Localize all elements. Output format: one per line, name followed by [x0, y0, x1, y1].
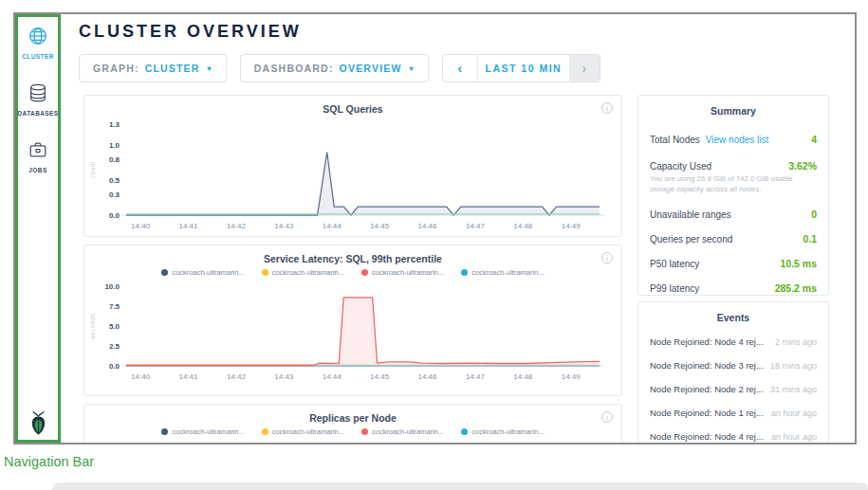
summary-row-queries-per-second: Queries per second 0.1	[650, 233, 817, 245]
view-nodes-list-link[interactable]: View nodes list	[706, 135, 769, 145]
time-next-button[interactable]: ›	[569, 55, 600, 82]
legend-item[interactable]: cockroach-ultramarin...	[262, 426, 344, 436]
summary-label: Queries per second	[650, 234, 732, 245]
info-icon[interactable]: i	[601, 411, 613, 423]
event-text[interactable]: Node Rejoined: Node 3 rej...	[650, 360, 764, 371]
event-text[interactable]: Node Rejoined: Node 4 rej...	[650, 336, 764, 347]
svg-text:7.5: 7.5	[109, 302, 120, 311]
sql-queries-chart: 1.31.00.80.50.30.014:4014:4114:4214:4314…	[88, 118, 618, 238]
summary-value: 0.1	[803, 233, 817, 245]
summary-value: 3.62%	[788, 160, 817, 172]
legend-label: cockroach-ultramarin...	[172, 427, 244, 436]
svg-text:count: count	[89, 161, 96, 178]
graph-dropdown-value: CLUSTER	[145, 63, 200, 74]
chevron-down-icon: ▾	[208, 64, 212, 73]
legend-dot-icon	[461, 269, 468, 276]
legend-label: cockroach-ultramarin...	[372, 268, 444, 277]
legend-dot-icon	[161, 428, 168, 435]
event-row: Node Rejoined: Node 2 rej... 31 mins ago	[650, 384, 817, 394]
event-time: an hour ago	[771, 408, 817, 418]
legend-item[interactable]: cockroach-ultramarin...	[361, 426, 444, 436]
legend-label: cockroach-ultramarin...	[272, 427, 344, 436]
summary-row-capacity-used: Capacity Used 3.62%	[650, 160, 817, 172]
svg-text:14:42: 14:42	[227, 372, 247, 381]
svg-text:14:43: 14:43	[274, 372, 294, 381]
svg-text:14:45: 14:45	[370, 222, 390, 230]
legend-item[interactable]: cockroach-ultramarin...	[461, 267, 544, 277]
time-prev-button[interactable]: ‹	[443, 55, 478, 82]
svg-text:14:45: 14:45	[370, 372, 390, 381]
capacity-used-subtext: You are using 26.8 GiB of 742.0 GiB usab…	[650, 174, 817, 195]
time-window-label[interactable]: LAST 10 MIN	[478, 55, 569, 82]
event-row: Node Rejoined: Node 4 rej... an hour ago	[650, 431, 817, 442]
summary-panel: Summary Total NodesView nodes list 4 Cap…	[637, 95, 829, 296]
svg-text:0.0: 0.0	[109, 211, 120, 220]
legend-item[interactable]: cockroach-ultramarin...	[161, 426, 244, 436]
summary-row-unavailable-ranges: Unavailable ranges 0	[650, 209, 817, 220]
sidebar-item-jobs[interactable]: JOBS	[15, 139, 61, 173]
legend-item[interactable]: cockroach-ultramarin...	[361, 267, 444, 277]
chevron-down-icon: ▾	[410, 64, 415, 73]
svg-text:14:41: 14:41	[179, 372, 199, 381]
graph-dropdown[interactable]: GRAPH: CLUSTER ▾	[79, 54, 227, 82]
svg-text:14:44: 14:44	[323, 372, 342, 381]
bottom-strip	[52, 482, 868, 490]
globe-icon	[28, 26, 48, 50]
legend-label: cockroach-ultramarin...	[172, 268, 244, 277]
event-time: an hour ago	[771, 432, 817, 442]
event-text[interactable]: Node Rejoined: Node 4 rej...	[650, 431, 764, 442]
sidebar-item-label: DATABASES	[17, 110, 58, 117]
svg-text:14:47: 14:47	[466, 372, 486, 381]
legend-dot-icon	[361, 269, 368, 276]
svg-text:0.0: 0.0	[109, 362, 120, 371]
events-body: Node Rejoined: Node 4 rej... 2 mins ago …	[638, 336, 828, 442]
svg-text:14:40: 14:40	[131, 222, 151, 230]
legend-dot-icon	[361, 428, 368, 435]
summary-value: 4	[811, 134, 817, 145]
summary-value: 10.5 ms	[780, 258, 817, 269]
svg-text:14:48: 14:48	[513, 372, 533, 381]
event-time: 2 mins ago	[775, 337, 817, 347]
dashboard-dropdown-label: DASHBOARD:	[254, 63, 334, 74]
chart-card-sql-queries: SQL Queries i 1.31.00.80.50.30.014:4014:…	[83, 95, 622, 237]
summary-row-total-nodes: Total NodesView nodes list 4	[650, 130, 817, 147]
svg-text:10.0: 10.0	[104, 282, 120, 291]
svg-text:14:42: 14:42	[227, 222, 247, 230]
legend-item[interactable]: cockroach-ultramarin...	[461, 426, 544, 436]
database-icon	[28, 82, 48, 107]
info-icon[interactable]: i	[601, 252, 613, 263]
chart-card-service-latency: Service Latency: SQL, 99th percentile i …	[83, 245, 622, 396]
svg-text:14:48: 14:48	[513, 222, 533, 230]
svg-text:1.0: 1.0	[109, 141, 120, 150]
chart-legend: cockroach-ultramarin...cockroach-ultrama…	[84, 267, 621, 277]
time-window-selector: ‹ LAST 10 MIN ›	[442, 54, 600, 82]
summary-value: 0	[811, 209, 817, 220]
svg-text:14:44: 14:44	[323, 222, 342, 230]
summary-label: P99 latency	[650, 283, 699, 294]
event-text[interactable]: Node Rejoined: Node 1 rej...	[650, 408, 764, 418]
legend-label: cockroach-ultramarin...	[471, 268, 544, 277]
summary-label: Unavailable ranges	[650, 209, 731, 220]
legend-label: cockroach-ultramarin...	[471, 427, 544, 436]
svg-text:14:46: 14:46	[418, 372, 438, 381]
svg-text:14:41: 14:41	[179, 222, 199, 230]
replicas-per-node-chart: 40014:4014:4114:4214:4314:4414:4514:4614…	[88, 437, 618, 445]
legend-item[interactable]: cockroach-ultramarin...	[262, 267, 344, 277]
chart-title: Service Latency: SQL, 99th percentile	[84, 253, 621, 264]
svg-text:400: 400	[107, 442, 120, 445]
legend-item[interactable]: cockroach-ultramarin...	[161, 267, 244, 277]
event-text[interactable]: Node Rejoined: Node 2 rej...	[650, 384, 764, 394]
sidebar-item-cluster[interactable]: CLUSTER	[15, 26, 61, 60]
legend-dot-icon	[161, 269, 168, 276]
cockroachdb-logo[interactable]	[15, 410, 61, 436]
info-icon[interactable]: i	[601, 102, 613, 114]
event-row: Node Rejoined: Node 4 rej... 2 mins ago	[650, 336, 817, 347]
dashboard-dropdown[interactable]: DASHBOARD: OVERVIEW ▾	[240, 54, 429, 82]
event-time: 18 mins ago	[770, 361, 817, 371]
summary-label: Total Nodes	[650, 135, 700, 145]
event-row: Node Rejoined: Node 1 rej... an hour ago	[650, 408, 817, 418]
sidebar-item-databases[interactable]: DATABASES	[15, 82, 61, 117]
graph-dropdown-label: GRAPH:	[93, 63, 139, 74]
svg-text:0.8: 0.8	[109, 155, 120, 164]
event-row: Node Rejoined: Node 3 rej... 18 mins ago	[650, 360, 817, 371]
